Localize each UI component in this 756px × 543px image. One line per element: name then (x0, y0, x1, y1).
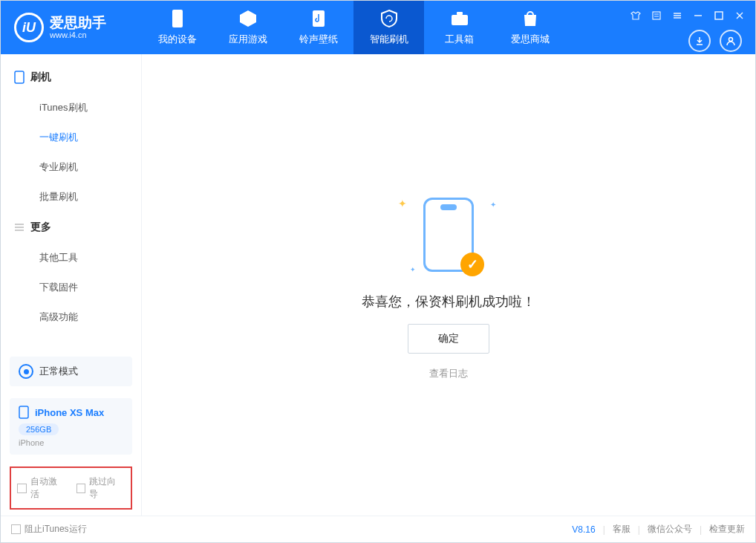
maximize-icon[interactable] (714, 10, 724, 24)
tab-label: 应用游戏 (229, 33, 267, 46)
shirt-icon[interactable] (630, 10, 641, 24)
support-link[interactable]: 客服 (613, 523, 630, 536)
tab-flash[interactable]: 智能刷机 (353, 1, 424, 54)
highlighted-options: 自动激活 跳过向导 (10, 466, 132, 510)
svg-rect-3 (457, 12, 463, 15)
svg-point-14 (729, 38, 733, 42)
title-bar: iU 爱思助手 www.i4.cn 我的设备 应用游戏 铃声壁纸 智能刷机 工具… (1, 1, 755, 54)
sidebar: 刷机 iTunes刷机 一键刷机 专业刷机 批量刷机 更多 其他工具 下载固件 … (1, 54, 142, 516)
tab-toolbox[interactable]: 工具箱 (424, 1, 495, 54)
svg-rect-0 (172, 10, 183, 27)
sidebar-group-flash: 刷机 (1, 62, 141, 93)
tab-label: 智能刷机 (370, 33, 408, 46)
tab-store[interactable]: 爱思商城 (495, 1, 565, 54)
checkbox-auto-activate[interactable]: 自动激活 (17, 475, 66, 501)
note-icon[interactable] (651, 10, 662, 24)
user-button[interactable] (720, 30, 742, 52)
tab-label: 我的设备 (158, 33, 197, 46)
mode-label: 正常模式 (39, 365, 78, 378)
mode-icon (19, 364, 33, 379)
group-label: 更多 (30, 221, 51, 234)
svg-rect-19 (19, 406, 28, 418)
tab-label: 爱思商城 (511, 33, 550, 46)
sidebar-item-download-firmware[interactable]: 下载固件 (1, 273, 141, 302)
view-log-link[interactable]: 查看日志 (429, 367, 468, 380)
device-icon (19, 406, 29, 419)
sidebar-item-itunes-flash[interactable]: iTunes刷机 (1, 93, 141, 123)
sparkle-icon: ✦ (398, 198, 407, 209)
checkbox-label: 阻止iTunes运行 (25, 523, 87, 536)
version-label: V8.16 (572, 524, 595, 535)
bag-icon (521, 9, 540, 28)
device-name: iPhone XS Max (35, 407, 104, 418)
svg-rect-15 (15, 71, 24, 83)
tab-ringtones[interactable]: 铃声壁纸 (283, 1, 353, 54)
close-icon[interactable] (734, 10, 745, 24)
briefcase-icon (450, 9, 469, 28)
checkmark-icon: ✓ (460, 253, 484, 276)
sparkle-icon: ✦ (490, 201, 496, 209)
device-storage: 256GB (19, 423, 59, 435)
sidebar-item-other-tools[interactable]: 其他工具 (1, 243, 141, 273)
checkbox-block-itunes[interactable]: 阻止iTunes运行 (11, 523, 87, 536)
device-type: iPhone (19, 438, 123, 447)
sidebar-item-batch-flash[interactable]: 批量刷机 (1, 182, 141, 212)
phone-outline-icon (14, 71, 25, 84)
mode-card[interactable]: 正常模式 (10, 357, 132, 386)
svg-rect-2 (452, 15, 468, 25)
main-tabs: 我的设备 应用游戏 铃声壁纸 智能刷机 工具箱 爱思商城 (142, 1, 565, 54)
ok-button[interactable]: 确定 (408, 324, 489, 354)
group-label: 刷机 (30, 71, 51, 84)
sidebar-item-pro-flash[interactable]: 专业刷机 (1, 152, 141, 182)
device-card[interactable]: iPhone XS Max 256GB iPhone (10, 398, 132, 455)
sparkle-icon: ✦ (410, 266, 416, 273)
cube-icon (238, 9, 258, 28)
tab-apps[interactable]: 应用游戏 (212, 1, 283, 54)
tab-label: 铃声壁纸 (299, 33, 338, 46)
download-button[interactable] (688, 30, 711, 52)
minimize-icon[interactable] (693, 10, 703, 24)
logo-icon: iU (14, 13, 44, 42)
refresh-shield-icon (379, 9, 399, 28)
menu-icon[interactable] (672, 10, 682, 24)
checkbox-label: 跳过向导 (89, 475, 125, 501)
tab-label: 工具箱 (445, 33, 474, 46)
window-controls (630, 10, 755, 24)
phone-icon (168, 9, 187, 28)
tab-my-device[interactable]: 我的设备 (142, 1, 212, 54)
sidebar-item-advanced[interactable]: 高级功能 (1, 302, 141, 332)
wechat-link[interactable]: 微信公众号 (648, 523, 692, 536)
checkbox-label: 自动激活 (30, 475, 66, 501)
music-icon (309, 9, 328, 28)
success-illustration: ✦ ✦ ✦ ✓ (397, 190, 501, 279)
sidebar-group-more: 更多 (1, 212, 141, 243)
svg-rect-4 (653, 12, 660, 19)
app-logo: iU 爱思助手 www.i4.cn (1, 13, 142, 42)
sidebar-item-oneclick-flash[interactable]: 一键刷机 (1, 123, 141, 152)
check-update-link[interactable]: 检查更新 (709, 523, 745, 536)
app-name: 爱思助手 (50, 16, 106, 31)
checkbox-skip-guide[interactable]: 跳过向导 (76, 475, 126, 501)
svg-rect-11 (715, 12, 723, 19)
success-message: 恭喜您，保资料刷机成功啦！ (362, 293, 535, 310)
list-icon (14, 222, 25, 233)
app-domain: www.i4.cn (50, 30, 106, 39)
main-content: ✦ ✦ ✦ ✓ 恭喜您，保资料刷机成功啦！ 确定 查看日志 (142, 54, 755, 516)
footer-bar: 阻止iTunes运行 V8.16 | 客服 | 微信公众号 | 检查更新 (1, 516, 755, 542)
